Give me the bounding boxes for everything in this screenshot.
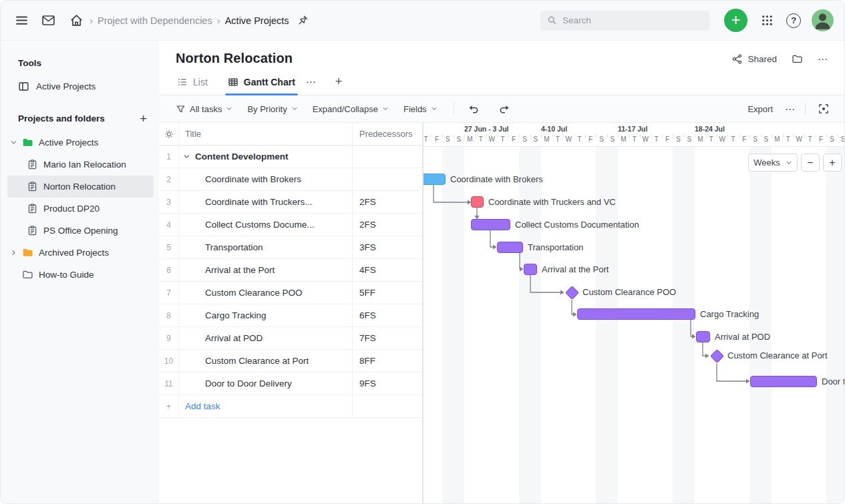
- gantt-bar[interactable]: [424, 174, 446, 185]
- task-title-cell[interactable]: Cargo Tracking: [179, 304, 353, 326]
- sidebar-item-active-projects-tool[interactable]: Active Projects: [7, 76, 154, 96]
- table-row[interactable]: 1Content Development: [159, 146, 422, 168]
- task-title-cell[interactable]: Content Development: [179, 146, 353, 168]
- gantt-bar[interactable]: [524, 264, 537, 275]
- gantt-bar-label: Transportation: [528, 242, 583, 252]
- expand-collapse-dropdown[interactable]: Expand/Collapse: [313, 104, 389, 114]
- chevron-down-icon: [786, 160, 792, 166]
- menu-icon[interactable]: [13, 12, 30, 29]
- table-row[interactable]: 5Transportation3FS: [159, 236, 422, 259]
- zoom-in-button[interactable]: +: [823, 154, 842, 172]
- table-row[interactable]: 11Door to Door Delivery9FS: [159, 372, 422, 395]
- folder-location-button[interactable]: [792, 53, 803, 65]
- zoom-out-button[interactable]: −: [801, 154, 820, 172]
- add-project-button[interactable]: +: [140, 112, 147, 125]
- table-row[interactable]: 10Custom Clearance at Port8FF: [159, 350, 422, 372]
- task-title-cell[interactable]: Custom Clearance POO: [179, 282, 353, 304]
- gantt-bar-label: Custom Clearance POO: [582, 287, 676, 297]
- table-row[interactable]: 3Coordinate with Truckers...2FS: [159, 191, 422, 214]
- gantt-bar[interactable]: [471, 196, 484, 208]
- chevron-down-icon[interactable]: [10, 139, 21, 146]
- predecessor-cell[interactable]: 3FS: [353, 236, 422, 258]
- gantt-bar[interactable]: [471, 219, 510, 230]
- toolbar-menu-button[interactable]: ⋯: [785, 104, 796, 114]
- predecessor-cell[interactable]: 9FS: [353, 372, 422, 395]
- gantt-bar[interactable]: [577, 308, 695, 320]
- task-title-cell[interactable]: Arrival at POD: [179, 327, 353, 349]
- gantt-bar[interactable]: [497, 242, 523, 253]
- pin-icon[interactable]: [295, 12, 312, 29]
- predecessor-cell[interactable]: 7FS: [353, 327, 422, 349]
- tab-list[interactable]: List: [176, 77, 209, 95]
- tab-gantt-chart[interactable]: Gantt Chart: [226, 77, 297, 95]
- shared-button[interactable]: Shared: [731, 53, 777, 65]
- sort-by-priority-dropdown[interactable]: By Priority: [247, 104, 297, 114]
- predecessor-cell[interactable]: 4FS: [353, 259, 422, 281]
- tree-item-label: Norton Relocation: [43, 182, 116, 192]
- create-new-button[interactable]: +: [724, 9, 747, 32]
- task-title-cell[interactable]: Door to Door Delivery: [179, 372, 353, 395]
- gantt-bar[interactable]: [750, 376, 817, 387]
- folder-icon: [792, 53, 803, 65]
- inbox-mail-icon[interactable]: [39, 12, 57, 29]
- user-avatar[interactable]: [812, 9, 834, 31]
- help-icon[interactable]: ?: [786, 13, 801, 28]
- table-row[interactable]: 2Coordinate with Brokers: [159, 168, 422, 191]
- task-title-cell[interactable]: Collect Customs Docume...: [179, 214, 353, 236]
- tree-item-norton-relocation[interactable]: Norton Relocation: [7, 176, 154, 198]
- tree-item-active-projects[interactable]: Active Projects: [7, 132, 154, 154]
- project-menu-button[interactable]: ⋯: [818, 54, 828, 64]
- predecessor-cell[interactable]: 8FF: [353, 350, 422, 372]
- add-task-row[interactable]: +Add task: [159, 395, 422, 418]
- predecessor-cell[interactable]: 2FS: [353, 191, 422, 213]
- gantt-bar[interactable]: [696, 331, 710, 342]
- panel-icon: [18, 81, 29, 92]
- apps-grid-icon[interactable]: [758, 12, 776, 29]
- tab-menu-button[interactable]: ⋯: [306, 77, 317, 95]
- app-window: › Project with Dependencies › Active Pro…: [0, 0, 845, 504]
- fields-dropdown[interactable]: Fields: [403, 104, 438, 114]
- table-row[interactable]: 8Cargo Tracking6FS: [159, 304, 422, 327]
- add-task-button[interactable]: Add task: [179, 395, 353, 417]
- breadcrumb-parent[interactable]: Project with Dependencies: [98, 15, 212, 26]
- task-title-cell[interactable]: Transportation: [179, 236, 353, 258]
- search-input[interactable]: [562, 15, 703, 25]
- tree-item-how-to-guide[interactable]: How-to Guide: [7, 264, 154, 286]
- table-row[interactable]: 6Arrival at the Port4FS: [159, 259, 422, 282]
- export-button[interactable]: Export: [747, 104, 773, 114]
- predecessor-cell[interactable]: 2FS: [353, 214, 422, 236]
- task-title-cell[interactable]: Coordinate with Brokers: [179, 168, 353, 190]
- row-number: 2: [159, 168, 179, 190]
- tree-item-ps-office-opening[interactable]: PS Office Opening: [7, 220, 154, 242]
- fullscreen-focus-icon[interactable]: [815, 100, 832, 117]
- gear-icon[interactable]: [164, 129, 174, 140]
- tree-item-archived-projects[interactable]: Archived Projects: [7, 242, 154, 264]
- chevron-down-icon: [226, 105, 232, 112]
- task-title-cell[interactable]: Coordinate with Truckers...: [179, 191, 353, 213]
- search-box[interactable]: [540, 11, 709, 31]
- row-number: 9: [159, 327, 179, 349]
- predecessor-cell[interactable]: [353, 168, 422, 190]
- home-icon[interactable]: [67, 12, 85, 29]
- redo-icon[interactable]: [496, 100, 513, 117]
- predecessor-cell[interactable]: 6FS: [353, 304, 422, 326]
- tree-item-label: Active Projects: [39, 138, 98, 148]
- table-row[interactable]: 9Arrival at POD7FS: [159, 327, 422, 350]
- table-row[interactable]: 4Collect Customs Docume...2FS: [159, 214, 422, 236]
- breadcrumb-current[interactable]: Active Projects: [225, 15, 289, 26]
- timescale-dropdown[interactable]: Weeks: [748, 154, 798, 172]
- table-row[interactable]: 7Custom Clearance POO5FF: [159, 282, 422, 304]
- task-title-cell[interactable]: Arrival at the Port: [179, 259, 353, 281]
- folder-icon: [22, 137, 33, 148]
- predecessor-cell[interactable]: [353, 146, 422, 168]
- gantt-pane[interactable]: 27 Jun - 3 Jul4-10 Jul11-17 Jul18-24 Jul…: [424, 123, 844, 503]
- tree-item-product-dp20[interactable]: Product DP20: [7, 198, 154, 220]
- undo-icon[interactable]: [465, 100, 482, 117]
- predecessor-cell[interactable]: 5FF: [353, 282, 422, 304]
- task-title-cell[interactable]: Custom Clearance at Port: [179, 350, 353, 372]
- add-view-button[interactable]: +: [335, 75, 343, 95]
- main-area: Norton Relocation Shared ⋯ List: [159, 41, 844, 503]
- filter-all-tasks-dropdown[interactable]: All tasks: [176, 104, 232, 114]
- chevron-right-icon[interactable]: [10, 249, 21, 256]
- tree-item-mario-ian-relocation[interactable]: Mario Ian Relocation: [7, 154, 154, 176]
